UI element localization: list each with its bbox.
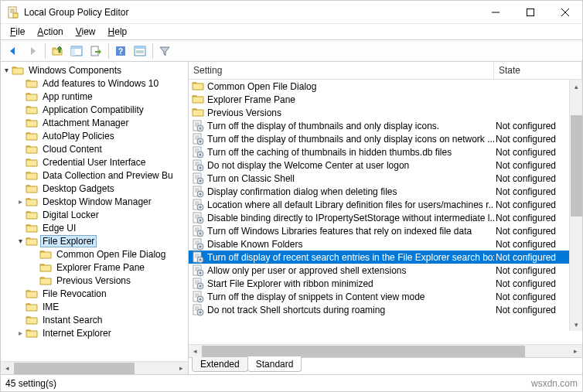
properties-button[interactable]	[131, 42, 149, 60]
setting-label: Do not display the Welcome Center at use…	[207, 160, 409, 171]
setting-label: Start File Explorer with ribbon minimize…	[207, 278, 373, 289]
list-row[interactable]: Turn on Classic ShellNot configured	[189, 172, 582, 185]
export-list-button[interactable]	[87, 42, 105, 60]
tree-item[interactable]: ▸Edge UI	[1, 221, 188, 234]
svg-point-102	[199, 298, 202, 300]
svg-point-90	[199, 271, 202, 274]
tree-item-label: IME	[41, 302, 60, 312]
folder-icon	[26, 302, 38, 312]
list-row[interactable]: Start File Explorer with ribbon minimize…	[189, 277, 582, 290]
policy-icon	[192, 238, 204, 251]
tree-item[interactable]: ▸File Revocation	[1, 287, 188, 300]
tree-toggle-icon[interactable]: ▾	[1, 65, 12, 76]
list-row[interactable]: Previous Versions	[189, 106, 582, 119]
tree-item[interactable]: ▸Common Open File Dialog	[1, 247, 188, 261]
scroll-down-icon[interactable]: ▾	[570, 318, 582, 331]
tab-extended[interactable]: Extended	[192, 357, 248, 372]
tree-toggle-icon[interactable]: ▸	[15, 196, 26, 207]
tree-item[interactable]: ▾Windows Components	[1, 63, 188, 77]
tree-item[interactable]: ▸Internet Explorer	[1, 326, 188, 339]
setting-label: Disable binding directly to IPropertySet…	[207, 213, 494, 223]
tree-h-scrollbar[interactable]: ◂ ▸	[1, 361, 188, 374]
filter-button[interactable]	[155, 42, 174, 60]
tab-standard[interactable]: Standard	[247, 356, 302, 372]
svg-point-24	[199, 127, 202, 129]
tree-item[interactable]: ▸AutoPlay Policies	[1, 129, 188, 142]
tree-item-label: Desktop Window Manager	[41, 196, 153, 207]
folder-icon	[26, 210, 38, 220]
minimize-button[interactable]	[478, 1, 513, 24]
tree-item[interactable]: ▸IME	[1, 300, 188, 313]
menu-file[interactable]: File	[4, 25, 31, 39]
tree-item[interactable]: ▸Attachment Manager	[1, 116, 188, 129]
list-row[interactable]: Common Open File Dialog	[189, 80, 582, 93]
up-button[interactable]	[48, 42, 66, 60]
svg-rect-11	[71, 49, 75, 56]
menu-bar: File Action View Help	[1, 24, 582, 40]
svg-point-30	[199, 140, 202, 142]
list-row[interactable]: Disable binding directly to IPropertySet…	[189, 211, 582, 224]
setting-label: Turn off display of recent search entrie…	[207, 252, 494, 263]
back-button[interactable]	[4, 42, 22, 60]
list-row[interactable]: Do not track Shell shortcuts during roam…	[189, 303, 582, 316]
help-button[interactable]: ?	[111, 42, 130, 60]
scroll-left-icon[interactable]: ◂	[189, 345, 202, 358]
list-row[interactable]: Turn off the display of thumbnails and o…	[189, 132, 582, 145]
tree-item[interactable]: ▸Instant Search	[1, 313, 188, 326]
maximize-button[interactable]	[513, 1, 547, 24]
list-row[interactable]: Disable Known FoldersNot configured	[189, 237, 582, 251]
tree-item-label: Internet Explorer	[41, 328, 113, 339]
tree-item[interactable]: ▸App runtime	[1, 90, 188, 103]
forward-button[interactable]	[23, 42, 42, 60]
column-state[interactable]: State	[494, 62, 582, 79]
list-row[interactable]: Turn off the display of snippets in Cont…	[189, 290, 582, 303]
show-hide-console-tree-button[interactable]	[67, 42, 86, 60]
tree-item[interactable]: ▸Data Collection and Preview Bu	[1, 169, 188, 182]
tree-item[interactable]: ▾File Explorer	[1, 234, 188, 247]
list-row[interactable]: Turn off the display of thumbnails and o…	[189, 119, 582, 132]
list-v-scrollbar[interactable]: ▴ ▾	[569, 80, 582, 331]
setting-label: Turn off the display of thumbnails and o…	[207, 134, 494, 145]
list-row[interactable]: Location where all default Library defin…	[189, 198, 582, 211]
tree-item[interactable]: ▸Add features to Windows 10	[1, 77, 188, 90]
column-setting[interactable]: Setting	[189, 62, 494, 79]
menu-help[interactable]: Help	[102, 25, 134, 39]
tree-item[interactable]: ▸Explorer Frame Pane	[1, 261, 188, 274]
scroll-up-icon[interactable]: ▴	[570, 80, 582, 93]
folder-icon	[39, 249, 52, 260]
setting-label: Explorer Frame Pane	[207, 94, 295, 105]
tree-toggle-icon[interactable]: ▾	[15, 236, 26, 247]
scroll-right-icon[interactable]: ▸	[569, 345, 582, 358]
tree-item[interactable]: ▸Application Compatibility	[1, 103, 188, 116]
tree-item[interactable]: ▸Desktop Window Manager	[1, 195, 188, 208]
scroll-left-icon[interactable]: ◂	[1, 362, 14, 375]
tree[interactable]: ▾Windows Components▸Add features to Wind…	[1, 62, 188, 341]
list-row[interactable]: Do not display the Welcome Center at use…	[189, 159, 582, 172]
menu-action[interactable]: Action	[31, 25, 69, 39]
list-row[interactable]: Display confirmation dialog when deletin…	[189, 185, 582, 198]
scroll-right-icon[interactable]: ▸	[175, 362, 188, 375]
close-button[interactable]	[547, 1, 582, 24]
folder-icon	[26, 223, 38, 233]
menu-view[interactable]: View	[70, 25, 102, 39]
list-h-scrollbar[interactable]: ◂ ▸	[189, 344, 582, 357]
tree-item[interactable]: ▸Cloud Content	[1, 142, 188, 155]
setting-label: Previous Versions	[207, 107, 281, 118]
tree-item[interactable]: ▸Digital Locker	[1, 208, 188, 221]
tree-item[interactable]: ▸Credential User Interface	[1, 155, 188, 169]
list-row[interactable]: Explorer Frame Pane	[189, 93, 582, 106]
svg-point-54	[199, 193, 202, 195]
folder-icon	[26, 157, 38, 168]
tree-item-label: Cloud Content	[41, 144, 104, 155]
list-row[interactable]: Turn off Windows Libraries features that…	[189, 224, 582, 237]
svg-point-78	[199, 245, 202, 247]
list-row[interactable]: Allow only per user or approved shell ex…	[189, 264, 582, 277]
tree-toggle-icon[interactable]: ▸	[15, 328, 26, 339]
list-row[interactable]: Turn off the caching of thumbnails in hi…	[189, 145, 582, 159]
list-row[interactable]: Turn off display of recent search entrie…	[189, 251, 582, 264]
tree-item[interactable]: ▸Previous Versions	[1, 274, 188, 287]
folder-icon	[192, 107, 204, 119]
tree-item[interactable]: ▸Desktop Gadgets	[1, 182, 188, 195]
main-area: ▾Windows Components▸Add features to Wind…	[1, 62, 582, 374]
folder-icon	[26, 328, 38, 339]
